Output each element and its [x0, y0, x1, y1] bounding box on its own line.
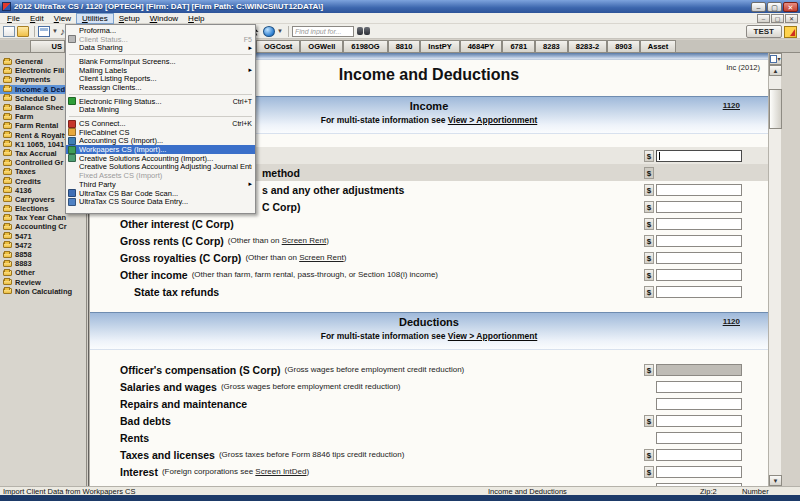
menu-separator — [69, 54, 252, 55]
menu-item-label: Fixed Assets CS (Import) — [79, 171, 252, 180]
scroll-up-icon[interactable]: ▲ — [769, 65, 782, 76]
mdi-restore-button[interactable]: ▢ — [771, 14, 784, 23]
menu-item-data-mining[interactable]: Data Mining — [66, 106, 255, 115]
binoculars-search-icon[interactable] — [357, 26, 370, 36]
open-client-icon[interactable] — [17, 26, 29, 37]
mdi-minimize-button[interactable]: – — [757, 14, 770, 23]
menu-item-mailing-labels[interactable]: Mailing Labels▸ — [66, 66, 255, 75]
tab-8903[interactable]: 8903 — [607, 40, 640, 52]
menu-item-workpapers-cs-import[interactable]: Workpapers CS (Import)... — [66, 145, 255, 154]
menu-item-ultratax-cs-source-data-entry[interactable]: UltraTax CS Source Data Entry... — [66, 197, 255, 206]
menu-item-filecabinet-cs[interactable]: FileCabinet CS — [66, 128, 255, 137]
web-globe-icon[interactable] — [263, 26, 275, 37]
menu-item-third-party[interactable]: Third Party▸ — [66, 180, 255, 189]
field-note: (Gross wages before employment credit re… — [285, 365, 465, 374]
maximize-button[interactable]: ▢ — [767, 2, 782, 12]
tab-8283[interactable]: 8283 — [535, 40, 568, 52]
screen-code-note: Inc (2012) — [726, 63, 760, 72]
sidebar-item-non-calculating[interactable]: Non Calculating — [0, 287, 86, 296]
amount-input[interactable] — [656, 252, 742, 264]
amount-input[interactable] — [656, 398, 742, 410]
menu-setup[interactable]: Setup — [114, 14, 145, 23]
menu-item-client-status[interactable]: Client Status...F5 — [66, 35, 255, 44]
apportionment-link[interactable]: View > Apportionment — [448, 331, 538, 341]
tab-instpy[interactable]: InstPY — [420, 40, 459, 52]
sidebar-item-5472[interactable]: 5472 — [0, 241, 86, 250]
flag-icon[interactable] — [784, 26, 797, 38]
menu-window[interactable]: Window — [145, 14, 183, 23]
amount-input[interactable] — [656, 432, 742, 444]
menu-item-creative-solutions-accounting-import[interactable]: Creative Solutions Accounting (Import)..… — [66, 154, 255, 163]
form-1120-link[interactable]: 1120 — [723, 101, 740, 110]
test-button[interactable]: TEST — [746, 25, 782, 38]
sidebar-item-8883[interactable]: 8883 — [0, 259, 86, 268]
tab-4684py[interactable]: 4684PY — [460, 40, 503, 52]
sidebar-item-accounting-cr[interactable]: Accounting Cr — [0, 222, 86, 231]
amount-input[interactable] — [656, 449, 742, 461]
tab-6781[interactable]: 6781 — [502, 40, 535, 52]
menu-edit[interactable]: Edit — [25, 14, 49, 23]
menu-item-proforma[interactable]: Proforma... — [66, 26, 255, 35]
tab-ogcost[interactable]: OGCost — [256, 40, 300, 52]
tab-8283-2[interactable]: 8283-2 — [568, 40, 607, 52]
tab-6198og[interactable]: 6198OG — [343, 40, 387, 52]
menu-item-data-sharing[interactable]: Data Sharing▸ — [66, 43, 255, 52]
scrollbar-thumb[interactable] — [769, 89, 782, 129]
amount-input[interactable] — [656, 415, 742, 427]
chevron-down-icon[interactable]: ▼ — [277, 28, 283, 34]
amount-input[interactable] — [656, 184, 742, 196]
vertical-scrollbar[interactable]: ▾ ▲ ▼ — [768, 53, 781, 486]
amount-input[interactable] — [656, 466, 742, 478]
menu-item-client-listing-reports[interactable]: Client Listing Reports... — [66, 74, 255, 83]
tab-8810[interactable]: 8810 — [388, 40, 421, 52]
input-screen-icon[interactable] — [38, 26, 50, 37]
screen-link[interactable]: Screen IntDed — [255, 467, 306, 476]
menu-item-ultratax-cs-bar-code-scan[interactable]: UltraTax CS Bar Code Scan... — [66, 189, 255, 198]
tab-asset[interactable]: Asset — [640, 40, 676, 52]
form-1120-link[interactable]: 1120 — [723, 317, 740, 326]
menu-file[interactable]: File — [2, 14, 25, 23]
find-input[interactable] — [292, 26, 354, 37]
amount-input[interactable] — [656, 201, 742, 213]
sidebar-item-tax-year-chan[interactable]: Tax Year Chan — [0, 213, 86, 222]
page-view-icon[interactable]: ▾ — [769, 53, 782, 65]
chevron-down-icon[interactable]: ▼ — [52, 28, 58, 34]
new-client-icon[interactable] — [3, 26, 15, 37]
menu-utilities[interactable]: Utilities — [76, 13, 114, 24]
menu-item-reassign-clients[interactable]: Reassign Clients... — [66, 83, 255, 92]
amount-input[interactable] — [656, 269, 742, 281]
minimize-button[interactable]: – — [751, 2, 766, 12]
mdi-close-button[interactable]: ✕ — [785, 14, 798, 23]
close-button[interactable]: ✕ — [783, 2, 798, 12]
menu-item-cs-connect[interactable]: CS Connect...Ctrl+K — [66, 119, 255, 128]
menu-item-blank-forms-input-screens[interactable]: Blank Forms/Input Screens... — [66, 57, 255, 66]
menu-item-fixed-assets-cs-import[interactable]: Fixed Assets CS (Import) — [66, 171, 255, 180]
amount-input[interactable] — [656, 286, 742, 298]
amount-input[interactable] — [656, 150, 742, 162]
amount-input[interactable] — [656, 218, 742, 230]
sidebar-item-5471[interactable]: 5471 — [0, 232, 86, 241]
scroll-down-icon[interactable]: ▼ — [769, 475, 782, 486]
field-note: (Other than on Screen Rent) — [228, 236, 329, 245]
menu-item-accounting-cs-import[interactable]: Accounting CS (Import)... — [66, 137, 255, 146]
currency-chip: $ — [644, 449, 654, 461]
amount-input[interactable] — [656, 381, 742, 393]
menu-item-label: Mailing Labels — [79, 66, 244, 75]
sidebar-item-other[interactable]: Other — [0, 268, 86, 277]
client-status-icon — [68, 35, 76, 43]
amount-input[interactable] — [656, 235, 742, 247]
menu-item-electronic-filing-status[interactable]: Electronic Filing Status...Ctrl+T — [66, 97, 255, 106]
menu-item-creative-solutions-accounting-adjusting-journal-entries[interactable]: Creative Solutions Accounting Adjusting … — [66, 163, 255, 172]
sidebar-item-label: 8858 — [15, 250, 32, 259]
tab-ogwell[interactable]: OGWell — [300, 40, 343, 52]
sidebar-item-label: K1 1065, 1041 — [15, 140, 64, 149]
sidebar-item-review[interactable]: Review — [0, 278, 86, 287]
screen-link[interactable]: Screen Rent — [299, 253, 343, 262]
menu-item-label: Client Status... — [79, 35, 240, 44]
menu-help[interactable]: Help — [183, 14, 209, 23]
apportionment-link[interactable]: View > Apportionment — [448, 115, 538, 125]
tab-us-fragment[interactable]: US — [30, 40, 65, 52]
sidebar-item-8858[interactable]: 8858 — [0, 250, 86, 259]
menu-view[interactable]: View — [49, 14, 76, 23]
screen-link[interactable]: Screen Rent — [282, 236, 326, 245]
